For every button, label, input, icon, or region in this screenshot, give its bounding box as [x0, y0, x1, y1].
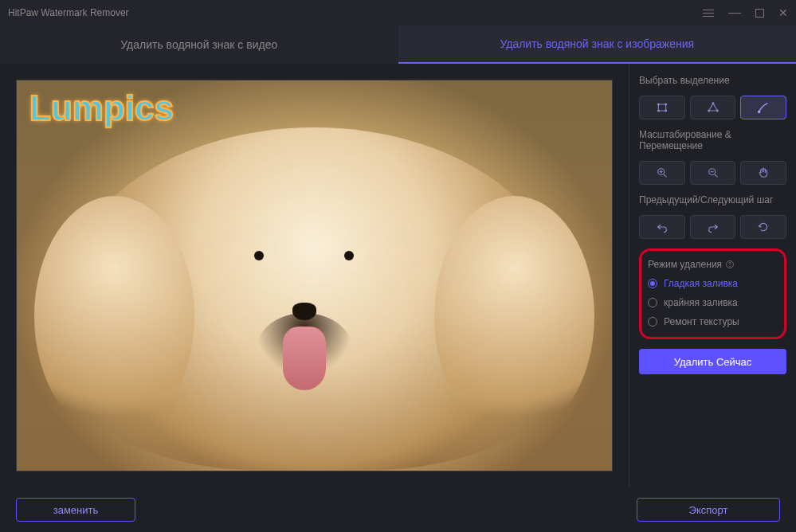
- zoom-out-button[interactable]: [690, 161, 736, 185]
- rect-select-button[interactable]: [639, 96, 685, 119]
- zoom-out-icon: [707, 166, 720, 179]
- pan-button[interactable]: [740, 161, 786, 185]
- svg-point-4: [665, 110, 666, 111]
- menu-icon[interactable]: [703, 10, 714, 17]
- lasso-select-button[interactable]: [690, 96, 736, 119]
- sidebar: Выбрать выделение Масштабирование & Пере…: [629, 64, 796, 487]
- zoom-label: Масштабирование & Перемещение: [639, 129, 786, 151]
- main-tabs: Удалить водяной знак с видео Удалить вод…: [0, 25, 796, 64]
- tab-video[interactable]: Удалить водяной знак с видео: [0, 25, 398, 64]
- app-window: HitPaw Watermark Remover — ✕ Удалить вод…: [0, 0, 796, 532]
- mode-label-text: Режим удаления: [648, 259, 722, 270]
- mode-option-smooth[interactable]: Гладкая заливка: [648, 278, 778, 289]
- loaded-image: Lumpics: [17, 80, 612, 471]
- svg-point-8: [759, 111, 760, 112]
- window-controls: — ✕: [703, 6, 788, 19]
- canvas-area: Lumpics: [0, 64, 629, 487]
- svg-line-14: [715, 174, 717, 177]
- radio-icon: [648, 279, 657, 288]
- mode-option-label: крайняя заливка: [664, 297, 738, 308]
- brush-select-icon: [757, 101, 770, 114]
- selection-tools: [639, 96, 786, 119]
- svg-point-5: [712, 103, 714, 104]
- undo-button[interactable]: [639, 215, 685, 239]
- close-icon[interactable]: ✕: [778, 6, 788, 19]
- watermark-text: Lumpics: [29, 88, 174, 128]
- redo-icon: [707, 221, 720, 233]
- help-icon[interactable]: [725, 260, 735, 269]
- main-area: Lumpics Выбрать выделение Масштабировани…: [0, 64, 796, 487]
- titlebar: HitPaw Watermark Remover — ✕: [0, 0, 796, 25]
- image-subject: [65, 127, 565, 471]
- export-button[interactable]: Экспорт: [637, 498, 780, 522]
- radio-icon: [648, 317, 657, 327]
- image-detail: [344, 251, 354, 260]
- radio-icon: [648, 298, 657, 307]
- remove-now-button[interactable]: Удалить Сейчас: [639, 349, 786, 374]
- image-detail: [254, 251, 264, 260]
- redo-button[interactable]: [690, 215, 736, 239]
- mode-option-label: Ремонт текстуры: [664, 316, 739, 327]
- svg-point-17: [730, 266, 731, 267]
- svg-point-3: [657, 110, 659, 111]
- zoom-in-button[interactable]: [639, 161, 685, 185]
- selection-label: Выбрать выделение: [639, 75, 786, 86]
- svg-rect-0: [658, 104, 665, 111]
- image-canvas[interactable]: Lumpics: [16, 80, 613, 471]
- maximize-icon[interactable]: [755, 9, 764, 18]
- mode-label: Режим удаления: [648, 259, 778, 270]
- reset-button[interactable]: [740, 215, 786, 239]
- app-title: HitPaw Watermark Remover: [8, 7, 129, 18]
- zoom-tools: [639, 161, 786, 185]
- pan-hand-icon: [757, 166, 770, 179]
- svg-point-6: [716, 110, 718, 111]
- mode-option-label: Гладкая заливка: [664, 278, 738, 289]
- undo-icon: [656, 221, 669, 233]
- svg-point-7: [708, 110, 709, 111]
- tab-image[interactable]: Удалить водяной знак с изображения: [398, 25, 797, 64]
- footer: заменить Экспорт: [0, 487, 796, 532]
- history-label: Предыдущий/Следующий шаг: [639, 194, 786, 205]
- removal-mode-panel: Режим удаления Гладкая заливка крайняя з…: [639, 248, 786, 339]
- image-detail: [283, 327, 326, 390]
- image-detail: [292, 303, 316, 320]
- zoom-in-icon: [656, 166, 669, 179]
- history-tools: [639, 215, 786, 239]
- svg-point-1: [657, 104, 659, 105]
- svg-line-10: [664, 174, 666, 177]
- mode-option-texture[interactable]: Ремонт текстуры: [648, 316, 778, 327]
- svg-point-2: [665, 104, 666, 105]
- replace-button[interactable]: заменить: [16, 498, 135, 522]
- rect-select-icon: [656, 101, 669, 114]
- minimize-icon[interactable]: —: [728, 10, 741, 16]
- mode-option-edge[interactable]: крайняя заливка: [648, 297, 778, 308]
- reset-icon: [757, 221, 770, 233]
- brush-select-button[interactable]: [740, 96, 786, 119]
- lasso-select-icon: [707, 101, 720, 114]
